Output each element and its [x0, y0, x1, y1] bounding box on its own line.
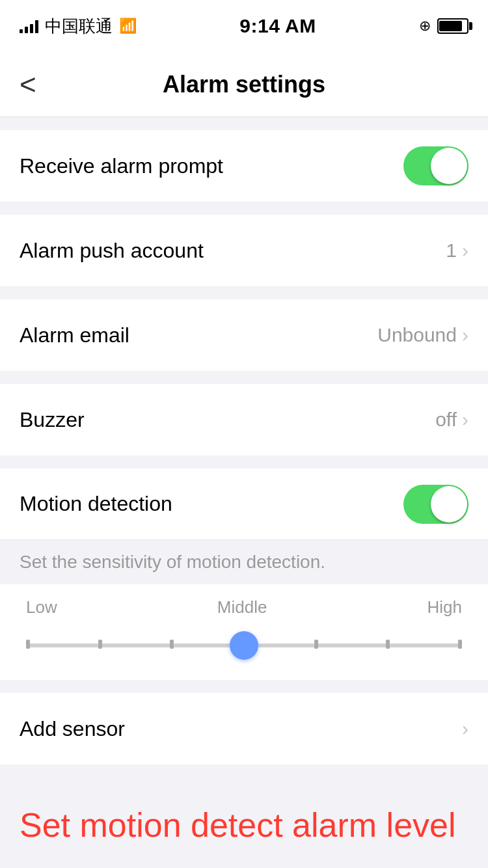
buzzer-section: Buzzer off ›	[0, 384, 488, 455]
add-sensor-right: ›	[462, 718, 468, 740]
slider-low-label: Low	[26, 597, 57, 617]
status-right: ⊕	[419, 18, 468, 34]
receive-alarm-section: Receive alarm prompt	[0, 130, 488, 202]
battery-icon	[437, 18, 468, 34]
back-button[interactable]: <	[20, 70, 36, 99]
slider-container	[0, 624, 488, 680]
alarm-push-right: 1 ›	[446, 239, 468, 262]
add-sensor-label: Add sensor	[20, 717, 125, 741]
add-sensor-section: Add sensor ›	[0, 693, 488, 765]
slider-thumb[interactable]	[230, 631, 258, 660]
alarm-push-section: Alarm push account 1 ›	[0, 215, 488, 286]
receive-alarm-label: Receive alarm prompt	[20, 154, 223, 178]
lock-icon: ⊕	[419, 18, 431, 34]
status-left: 中国联通 📶	[20, 15, 137, 38]
slider-tick-7	[458, 640, 462, 649]
buzzer-right: off ›	[435, 409, 468, 431]
slider-track[interactable]	[26, 644, 462, 647]
buzzer-chevron: ›	[462, 409, 468, 431]
motion-detection-label: Motion detection	[20, 492, 172, 516]
alarm-email-item[interactable]: Alarm email Unbound ›	[0, 299, 488, 371]
alarm-email-label: Alarm email	[20, 323, 129, 347]
slider-high-label: High	[427, 597, 462, 617]
alarm-email-value: Unbound	[377, 324, 457, 346]
alarm-push-value: 1	[446, 239, 457, 262]
slider-tick-1	[26, 640, 30, 649]
status-time: 9:14 AM	[239, 15, 316, 37]
alarm-email-section: Alarm email Unbound ›	[0, 299, 488, 371]
alarm-push-item[interactable]: Alarm push account 1 ›	[0, 215, 488, 286]
slider-tick-5	[314, 640, 318, 649]
alarm-email-chevron: ›	[462, 324, 468, 346]
footer-title: Set motion detect alarm level	[20, 804, 468, 848]
signal-icon	[20, 19, 38, 33]
slider-tick-6	[386, 640, 390, 649]
wifi-icon: 📶	[119, 18, 137, 34]
motion-toggle-thumb	[431, 486, 467, 522]
status-bar: 中国联通 📶 9:14 AM ⊕	[0, 0, 488, 52]
add-sensor-chevron: ›	[462, 718, 468, 740]
sensitivity-hint-row: Set the sensitivity of motion detection.	[0, 540, 488, 584]
motion-detection-section: Motion detection Set the sensitivity of …	[0, 468, 488, 680]
nav-bar: < Alarm settings	[0, 52, 488, 117]
alarm-push-label: Alarm push account	[20, 239, 204, 263]
slider-labels-row: Low Middle High	[0, 584, 488, 624]
receive-alarm-toggle[interactable]	[403, 146, 468, 185]
add-sensor-item[interactable]: Add sensor ›	[0, 693, 488, 765]
page-title: Alarm settings	[163, 71, 325, 98]
receive-alarm-item[interactable]: Receive alarm prompt	[0, 130, 488, 202]
carrier-text: 中国联通	[45, 15, 113, 38]
buzzer-label: Buzzer	[20, 408, 85, 432]
slider-tick-2	[98, 640, 102, 649]
motion-detection-item[interactable]: Motion detection	[0, 468, 488, 540]
bottom-section: Set motion detect alarm level	[0, 778, 488, 868]
buzzer-item[interactable]: Buzzer off ›	[0, 384, 488, 455]
alarm-email-right: Unbound ›	[377, 324, 468, 346]
buzzer-value: off	[435, 409, 457, 431]
sensitivity-hint: Set the sensitivity of motion detection.	[20, 552, 325, 572]
toggle-thumb	[431, 148, 467, 184]
alarm-push-chevron: ›	[462, 239, 468, 262]
motion-detection-toggle[interactable]	[403, 485, 468, 524]
slider-tick-3	[170, 640, 174, 649]
slider-middle-label: Middle	[217, 597, 267, 617]
